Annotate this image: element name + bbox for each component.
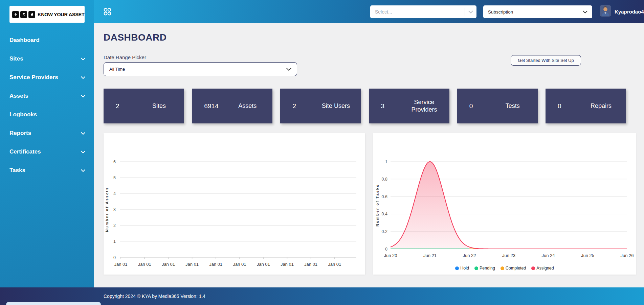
svg-text:Jun 22: Jun 22 xyxy=(463,253,476,258)
svg-text:1: 1 xyxy=(113,239,116,244)
stat-card-repairs[interactable]: 0Repairs xyxy=(546,89,626,123)
sidebar-item-label: Service Providers xyxy=(9,74,81,81)
topbar: Select... Subscription Kya xyxy=(94,0,644,23)
tap-icon xyxy=(20,11,27,18)
svg-text:Jan 01: Jan 01 xyxy=(304,262,317,267)
date-range-value: All Time xyxy=(109,67,286,72)
bolt-icon xyxy=(12,11,19,18)
stat-value: 3 xyxy=(381,102,403,110)
chevron-down-icon xyxy=(81,76,85,79)
stat-card-service-providers[interactable]: 3Service Providers xyxy=(369,89,449,123)
legend-dot-icon xyxy=(474,266,478,270)
brand-logo[interactable]: KNOW YOUR ASSET xyxy=(9,6,85,23)
stat-value: 6914 xyxy=(204,102,226,110)
sidebar-item-label: Tasks xyxy=(9,167,81,174)
svg-text:0: 0 xyxy=(385,247,387,252)
assets-chart: 0123456Jan 01Jan 01Jan 01Jan 01Jan 01Jan… xyxy=(104,133,365,275)
stat-card-tests[interactable]: 0Tests xyxy=(457,89,538,123)
legend-item-hold[interactable]: Hold xyxy=(455,266,469,271)
sidebar-toggle-button[interactable] xyxy=(102,6,113,18)
sidebar-item-assets[interactable]: Assets xyxy=(0,90,94,102)
svg-text:Jun 25: Jun 25 xyxy=(581,253,594,258)
sidebar-item-label: Certificates xyxy=(9,148,81,155)
svg-text:Jun 24: Jun 24 xyxy=(541,253,555,258)
legend-item-completed[interactable]: Completed xyxy=(501,266,526,271)
site-select[interactable]: Select... xyxy=(370,5,476,18)
chevron-down-icon xyxy=(81,95,85,98)
sidebar-item-tasks[interactable]: Tasks xyxy=(0,165,94,176)
stat-value: 0 xyxy=(469,102,492,110)
sidebar-item-sites[interactable]: Sites xyxy=(0,53,94,65)
legend-label: Assigned xyxy=(536,266,554,271)
stat-label: Repairs xyxy=(580,102,622,110)
sidebar-menu: DashboardSitesService ProvidersAssetsLog… xyxy=(0,34,94,176)
chevron-down-icon xyxy=(81,169,85,172)
svg-text:Jun 21: Jun 21 xyxy=(423,253,437,258)
svg-text:5: 5 xyxy=(113,175,116,180)
sidebar-item-service-providers[interactable]: Service Providers xyxy=(0,72,94,83)
sidebar-item-reports[interactable]: Reports xyxy=(0,127,94,139)
svg-text:Jan 01: Jan 01 xyxy=(281,262,294,267)
avatar-person-icon xyxy=(600,5,611,18)
stat-value: 0 xyxy=(558,102,580,110)
sidebar-item-certificates[interactable]: Certificates xyxy=(0,146,94,158)
sidebar-item-label: Assets xyxy=(9,93,81,99)
page-title: DASHBOARD xyxy=(104,32,167,43)
legend-label: Pending xyxy=(480,266,495,271)
stat-label: Tests xyxy=(492,102,534,110)
get-started-button[interactable]: Get Started With Site Set Up xyxy=(511,55,581,66)
sidebar: KNOW YOUR ASSET DashboardSitesService Pr… xyxy=(0,0,94,287)
assets-chart-card: 0123456Jan 01Jan 01Jan 01Jan 01Jan 01Jan… xyxy=(104,133,365,275)
svg-text:Jun 23: Jun 23 xyxy=(502,253,515,258)
subscription-select[interactable]: Subscription xyxy=(483,5,592,18)
stat-card-site-users[interactable]: 2Site Users xyxy=(280,89,361,123)
svg-text:Jun 20: Jun 20 xyxy=(384,253,397,258)
username: Kyaprodao4 xyxy=(615,9,644,15)
chevron-down-icon xyxy=(286,66,291,72)
svg-text:Jan 01: Jan 01 xyxy=(162,262,175,267)
date-range-label: Date Range Picker xyxy=(104,54,146,60)
chevron-down-icon xyxy=(81,150,85,154)
svg-text:1: 1 xyxy=(385,160,387,164)
sidebar-item-logbooks[interactable]: Logbooks xyxy=(0,109,94,120)
stat-label: Site Users xyxy=(315,102,357,110)
svg-text:0.4: 0.4 xyxy=(382,212,387,216)
svg-text:2: 2 xyxy=(113,223,116,228)
sidebar-item-label: Sites xyxy=(9,55,81,62)
stats-row: 2Sites6914Assets2Site Users3Service Prov… xyxy=(104,89,626,123)
svg-text:Number of Assets: Number of Assets xyxy=(105,187,109,232)
chevron-down-icon xyxy=(81,57,85,61)
svg-text:6: 6 xyxy=(113,160,116,164)
legend-label: Hold xyxy=(460,266,469,271)
svg-text:0: 0 xyxy=(113,255,116,260)
main-content: DASHBOARD Date Range Picker All Time Get… xyxy=(94,23,644,287)
horizontal-scrollbar-thumb[interactable] xyxy=(6,302,101,305)
legend-item-assigned[interactable]: Assigned xyxy=(531,266,554,271)
stat-label: Assets xyxy=(226,102,268,110)
stat-card-sites[interactable]: 2Sites xyxy=(104,89,184,123)
select-divider xyxy=(465,8,465,16)
svg-text:Jan 01: Jan 01 xyxy=(114,262,127,267)
svg-text:Jan 01: Jan 01 xyxy=(138,262,151,267)
sidebar-item-label: Logbooks xyxy=(9,111,85,118)
svg-text:0.6: 0.6 xyxy=(382,194,387,199)
stat-value: 2 xyxy=(292,102,315,110)
tasks-chart: 00.20.40.60.81Jun 20Jun 21Jun 22Jun 23Ju… xyxy=(373,133,636,262)
date-range-select[interactable]: All Time xyxy=(104,62,297,76)
stat-value: 2 xyxy=(116,102,138,110)
legend-dot-icon xyxy=(501,266,504,270)
svg-text:3: 3 xyxy=(113,207,116,212)
svg-text:Number of Tasks: Number of Tasks xyxy=(375,184,379,227)
svg-text:Jun 26: Jun 26 xyxy=(620,253,634,258)
legend-dot-icon xyxy=(531,266,535,270)
app-root: Select... Subscription Kya xyxy=(0,0,644,305)
brand-logo-text: KNOW YOUR ASSET xyxy=(38,11,84,18)
user-menu[interactable]: Kyaprodao4 xyxy=(600,5,644,18)
sidebar-item-dashboard[interactable]: Dashboard xyxy=(0,34,94,46)
svg-text:Jan 01: Jan 01 xyxy=(233,262,246,267)
svg-text:Jan 01: Jan 01 xyxy=(328,262,341,267)
stat-card-assets[interactable]: 6914Assets xyxy=(192,89,272,123)
legend-label: Completed xyxy=(506,266,526,271)
svg-text:0.8: 0.8 xyxy=(382,177,387,182)
legend-item-pending[interactable]: Pending xyxy=(474,266,495,271)
